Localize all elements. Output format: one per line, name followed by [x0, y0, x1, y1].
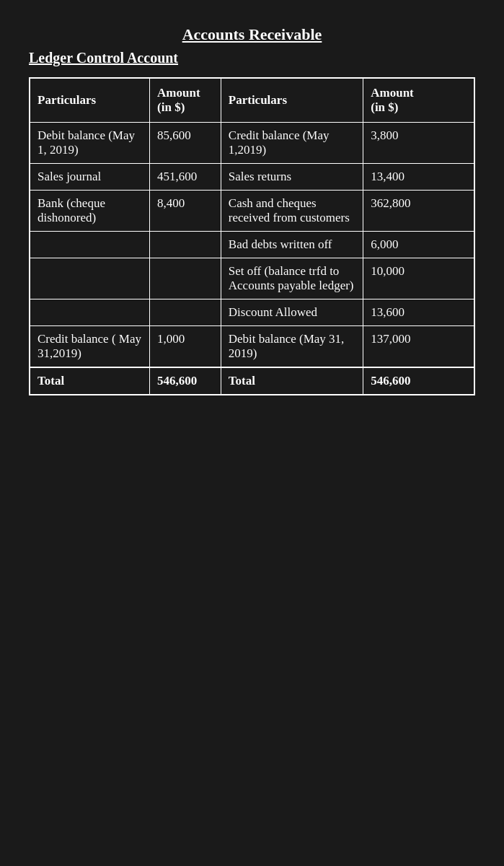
table-row: Bank (cheque dishonored)8,400Cash and ch… [30, 191, 474, 232]
total-row: Total546,600Total546,600 [30, 367, 474, 395]
table-row: Credit balance ( May 31,2019)1,000Debit … [30, 326, 474, 368]
table-row: Set off (balance trfd to Accounts payabl… [30, 258, 474, 299]
right-particular-1: Sales returns [221, 164, 363, 191]
right-particular-3: Bad debts written off [221, 232, 363, 258]
total-right-label: Total [221, 367, 363, 395]
table-row: Debit balance (May 1, 2019)85,600Credit … [30, 123, 474, 164]
right-amount-2: 362,800 [363, 191, 474, 232]
left-amount-6: 1,000 [150, 326, 221, 368]
left-amount-1: 451,600 [150, 164, 221, 191]
right-amount-6: 137,000 [363, 326, 474, 368]
table-row: Bad debts written off6,000 [30, 232, 474, 258]
right-particular-0: Credit balance (May 1,2019) [221, 123, 363, 164]
right-amount-1: 13,400 [363, 164, 474, 191]
sub-title: Ledger Control Account [29, 50, 475, 66]
page-container: Accounts Receivable Ledger Control Accou… [14, 14, 490, 406]
header-left-particulars: Particulars [30, 78, 150, 123]
left-amount-5 [150, 299, 221, 326]
right-amount-0: 3,800 [363, 123, 474, 164]
right-amount-4: 10,000 [363, 258, 474, 299]
table-row: Discount Allowed13,600 [30, 299, 474, 326]
right-amount-5: 13,600 [363, 299, 474, 326]
left-particular-0: Debit balance (May 1, 2019) [30, 123, 150, 164]
left-particular-2: Bank (cheque dishonored) [30, 191, 150, 232]
main-title: Accounts Receivable [29, 25, 475, 44]
left-particular-1: Sales journal [30, 164, 150, 191]
right-particular-5: Discount Allowed [221, 299, 363, 326]
total-left-label: Total [30, 367, 150, 395]
left-particular-3 [30, 232, 150, 258]
right-particular-6: Debit balance (May 31, 2019) [221, 326, 363, 368]
ledger-table: Particulars Amount(in $) Particulars Amo… [29, 77, 475, 395]
table-row: Sales journal451,600Sales returns13,400 [30, 164, 474, 191]
left-particular-4 [30, 258, 150, 299]
total-left-amount: 546,600 [150, 367, 221, 395]
right-amount-3: 6,000 [363, 232, 474, 258]
left-amount-4 [150, 258, 221, 299]
left-amount-0: 85,600 [150, 123, 221, 164]
total-right-amount: 546,600 [363, 367, 474, 395]
right-particular-2: Cash and cheques received from customers [221, 191, 363, 232]
left-amount-2: 8,400 [150, 191, 221, 232]
left-amount-3 [150, 232, 221, 258]
left-particular-5 [30, 299, 150, 326]
left-particular-6: Credit balance ( May 31,2019) [30, 326, 150, 368]
header-left-amount: Amount(in $) [150, 78, 221, 123]
header-right-particulars: Particulars [221, 78, 363, 123]
header-right-amount: Amount(in $) [363, 78, 474, 123]
header-row: Particulars Amount(in $) Particulars Amo… [30, 78, 474, 123]
right-particular-4: Set off (balance trfd to Accounts payabl… [221, 258, 363, 299]
